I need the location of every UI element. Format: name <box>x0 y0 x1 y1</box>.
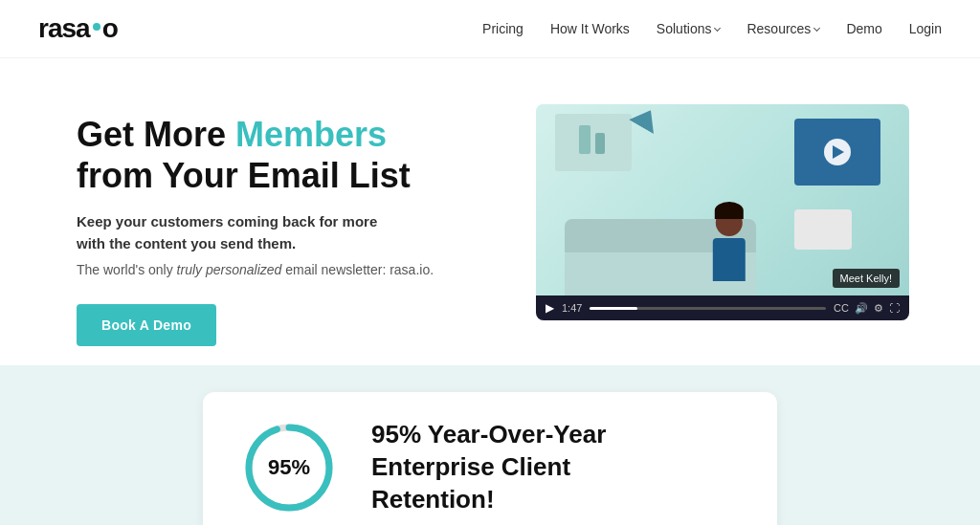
play-triangle-icon <box>833 145 844 159</box>
lamp-decoration <box>632 109 660 128</box>
meet-kelly-label: Meet Kelly! <box>833 269 900 288</box>
volume-icon[interactable]: 🔊 <box>855 302 868 315</box>
hero-tagline: The world's only truly personalized emai… <box>77 262 479 277</box>
stat-label: 95% Year-Over-Year Enterprise Client Ret… <box>371 419 606 515</box>
hero-heading-highlight: Members <box>235 115 387 154</box>
hero-tagline-post: email newsletter: rasa.io. <box>281 262 434 277</box>
video-play-button[interactable]: ▶ <box>546 301 554 315</box>
video-illustration: Meet Kelly! <box>536 104 909 295</box>
video-control-icons: CC 🔊 ⚙ ⛶ <box>834 302 900 315</box>
logo-text: rasa <box>38 13 90 44</box>
shelf-item-2 <box>595 133 605 154</box>
nav-pricing[interactable]: Pricing <box>482 21 523 36</box>
logo-dot <box>93 23 100 31</box>
nav-resources[interactable]: Resources <box>746 21 819 36</box>
book-demo-button[interactable]: Book A Demo <box>77 304 216 346</box>
hero-subheading: Keep your customers coming back for more… <box>77 211 402 254</box>
shelf-item-1 <box>579 125 590 154</box>
video-progress-bar[interactable] <box>590 307 826 310</box>
video-progress-fill <box>590 307 636 310</box>
hero-heading-plain: Get More <box>77 115 235 154</box>
solutions-chevron-icon <box>714 24 721 31</box>
hero-text: Get More Members from Your Email List Ke… <box>77 104 479 346</box>
nav-how-it-works[interactable]: How It Works <box>550 21 630 36</box>
person-body <box>713 238 746 281</box>
main-section: Get More Members from Your Email List Ke… <box>0 58 980 365</box>
circle-chart: 95% <box>241 420 337 515</box>
hero-heading: Get More Members from Your Email List <box>77 114 479 196</box>
settings-icon[interactable]: ⚙ <box>874 302 883 315</box>
video-controls: ▶ 1:47 CC 🔊 ⚙ ⛶ <box>536 295 909 320</box>
hero-tagline-pre: The world's only <box>77 262 177 277</box>
stat-line-3: Retention! <box>371 484 606 516</box>
logo: rasao <box>38 13 118 44</box>
stats-section: 95% 95% Year-Over-Year Enterprise Client… <box>0 365 980 525</box>
person-illustration <box>713 209 746 281</box>
laptop-decoration <box>794 209 852 250</box>
screen-decoration <box>794 119 880 186</box>
fullscreen-icon[interactable]: ⛶ <box>889 302 900 314</box>
video-timestamp: 1:47 <box>562 302 582 314</box>
person-hair <box>715 202 744 219</box>
nav-solutions[interactable]: Solutions <box>657 21 721 36</box>
play-button-overlay[interactable] <box>824 139 851 165</box>
stats-card: 95% 95% Year-Over-Year Enterprise Client… <box>203 392 777 525</box>
shelf-decoration <box>555 114 632 171</box>
logo-suffix: o <box>102 13 118 44</box>
header: rasao Pricing How It Works Solutions Res… <box>0 0 980 58</box>
hero-tagline-italic: truly personalized <box>177 262 282 277</box>
main-nav: Pricing How It Works Solutions Resources… <box>482 21 942 36</box>
hero-heading-rest: from Your Email List <box>77 156 411 195</box>
nav-demo[interactable]: Demo <box>846 21 881 36</box>
circle-percent-label: 95% <box>268 455 310 480</box>
stat-line-1: 95% Year-Over-Year <box>371 419 606 451</box>
resources-chevron-icon <box>813 24 820 31</box>
video-player: Meet Kelly! ▶ 1:47 CC 🔊 ⚙ ⛶ <box>536 104 909 320</box>
lamp-head <box>629 104 663 134</box>
stat-line-2: Enterprise Client <box>371 451 606 484</box>
nav-login[interactable]: Login <box>909 21 942 36</box>
cc-icon[interactable]: CC <box>834 302 849 314</box>
